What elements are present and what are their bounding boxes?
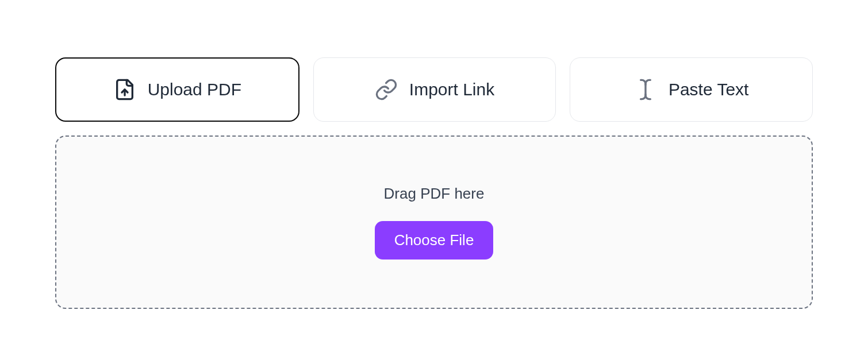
tab-label: Paste Text [669, 80, 749, 99]
tab-upload-pdf[interactable]: Upload PDF [55, 57, 299, 122]
choose-file-button[interactable]: Choose File [375, 221, 494, 260]
dropzone-prompt: Drag PDF here [384, 185, 485, 203]
tab-import-link[interactable]: Import Link [313, 57, 556, 122]
tab-paste-text[interactable]: Paste Text [570, 57, 813, 122]
input-method-tabs: Upload PDF Import Link Paste Text [55, 57, 813, 122]
pdf-dropzone[interactable]: Drag PDF here Choose File [55, 135, 813, 309]
link-icon [375, 78, 398, 101]
tab-label: Import Link [409, 80, 494, 99]
file-upload-icon [113, 78, 136, 101]
tab-label: Upload PDF [148, 80, 241, 99]
text-cursor-icon [634, 78, 657, 101]
upload-panel: Upload PDF Import Link Paste Text [55, 57, 813, 309]
